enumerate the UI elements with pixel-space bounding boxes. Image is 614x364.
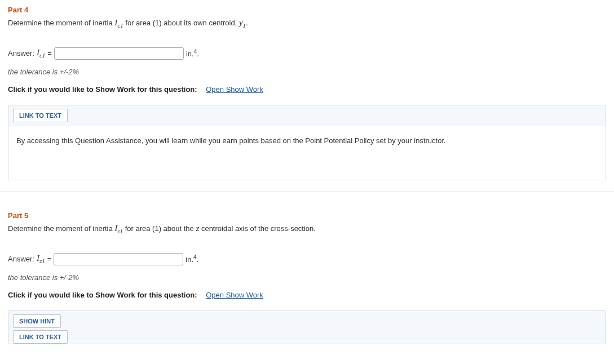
show-work-label: Click if you would like to Show Work for… — [8, 291, 197, 299]
show-work-label: Click if you would like to Show Work for… — [8, 85, 197, 94]
open-show-work-link[interactable]: Open Show Work — [206, 291, 263, 299]
part-5-assistance-box: SHOW HINT LINK TO TEXT — [8, 310, 606, 344]
part-5-tolerance: the tolerance is +/-2% — [8, 273, 606, 282]
equals-sign: = — [47, 255, 52, 263]
part-4-prompt: Determine the moment of inertia Ic1 for … — [8, 16, 606, 30]
equals-sign: = — [47, 49, 52, 57]
variable-y1: y1 — [239, 18, 246, 27]
prompt-text: for area (1) about the — [123, 224, 196, 233]
answer-label: Answer: — [8, 255, 34, 263]
prompt-text: . — [246, 19, 248, 27]
part-5-section: Part 5 Determine the moment of inertia I… — [0, 192, 614, 344]
prompt-text: centroidal axis of the cross-section. — [199, 224, 316, 233]
part-5-prompt: Determine the moment of inertia Iz1 for … — [8, 222, 606, 236]
part-4-show-work: Click if you would like to Show Work for… — [8, 85, 606, 94]
part-4-section: Part 4 Determine the moment of inertia I… — [0, 0, 614, 192]
part-5-answer-line: Answer: Iz1 = in.4. — [8, 253, 606, 265]
button-row: LINK TO TEXT — [13, 330, 601, 344]
variable-iz1: Iz1 — [114, 224, 123, 233]
prompt-text: Determine the moment of inertia — [8, 224, 114, 233]
part-5-answer-input[interactable] — [54, 253, 183, 265]
part-4-assistance-box: LINK TO TEXT By accessing this Question … — [8, 105, 606, 181]
answer-variable: Iz1 — [37, 254, 45, 264]
part-5-title: Part 5 — [8, 211, 606, 220]
part-4-answer-input[interactable] — [54, 47, 184, 60]
part-5-show-work: Click if you would like to Show Work for… — [8, 291, 606, 299]
part-4-title: Part 4 — [8, 6, 606, 14]
link-to-text-button[interactable]: LINK TO TEXT — [13, 109, 68, 122]
prompt-text: Determine the moment of inertia — [8, 19, 114, 27]
prompt-text: for area (1) about its own centroid, — [123, 19, 239, 27]
part-4-tolerance: the tolerance is +/-2% — [8, 68, 606, 76]
open-show-work-link[interactable]: Open Show Work — [206, 85, 263, 94]
variable-ic1: Ic1 — [114, 18, 123, 27]
answer-variable: Ic1 — [37, 48, 45, 59]
answer-label: Answer: — [8, 49, 34, 57]
part-4-answer-line: Answer: Ic1 = in.4. — [8, 47, 606, 60]
show-hint-button[interactable]: SHOW HINT — [13, 314, 61, 328]
unit-label: in.4. — [185, 254, 198, 264]
unit-label: in.4. — [186, 48, 199, 58]
button-row: SHOW HINT — [13, 314, 601, 328]
assistance-header: LINK TO TEXT — [8, 105, 606, 126]
assistance-body-text: By accessing this Question Assistance, y… — [8, 126, 606, 180]
link-to-text-button[interactable]: LINK TO TEXT — [13, 330, 68, 344]
